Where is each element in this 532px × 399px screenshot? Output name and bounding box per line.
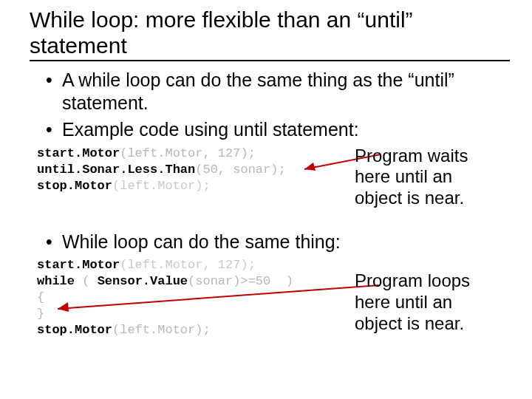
slide-title: While loop: more flexible than an “until… [30,7,510,61]
code2-l2-sv: Sensor.Value [98,274,188,288]
code1-l3-args: (left.Motor); [112,179,211,193]
bullet-2: Example code using until statement: [46,118,510,141]
bullet-list: A while loop can do the same thing as th… [30,69,510,141]
bullet-3: While loop can do the same thing: [46,231,510,253]
code2-l1-args: (left.Motor, 127); [120,258,256,272]
bullet-1: A while loop can do the same thing as th… [46,69,510,114]
callout-1: Program waits here until an object is ne… [355,146,502,209]
code1-l1-args: (left.Motor, 127); [120,146,256,160]
svg-marker-1 [304,163,316,171]
code2-l5-func: stop.Motor [37,323,112,337]
code-figure-1: start.Motor(left.Motor, 127); until.Sona… [37,146,510,223]
code1-l2-func: until.Sonar.Less.Than [37,163,195,177]
code1-l3-func: stop.Motor [37,179,112,193]
callout-2: Program loops here until an object is ne… [355,270,502,334]
code1-l2-args: (50, sonar); [195,163,285,177]
code-figure-2: start.Motor(left.Motor, 127); while ( Se… [37,257,510,361]
code-block-1: start.Motor(left.Motor, 127); until.Sona… [37,146,286,194]
code2-l4: } [37,307,44,321]
bullet-list-2: While loop can do the same thing: [30,231,510,253]
code1-l1-func: start.Motor [37,146,120,160]
code2-l2-while: while [37,274,75,288]
code2-l1-func: start.Motor [37,258,120,272]
slide: While loop: more flexible than an “until… [0,0,532,368]
code2-l3: { [37,290,44,304]
code-block-2: start.Motor(left.Motor, 127); while ( Se… [37,257,293,338]
code2-l2-rest: (sonar)>=50 ) [188,274,293,288]
code2-l2-paren: ( [75,274,98,288]
code2-l5-args: (left.Motor); [112,323,211,337]
